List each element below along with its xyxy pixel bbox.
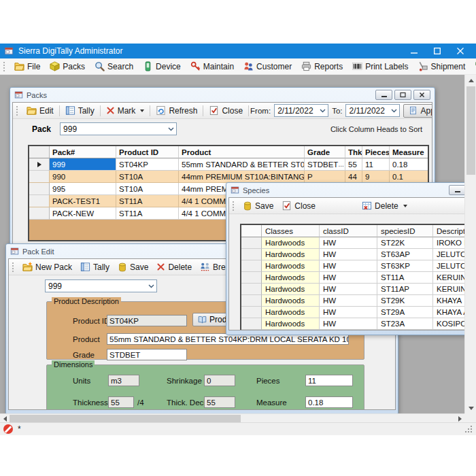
vertical-scrollbar[interactable] [464,75,476,413]
cell-classes[interactable]: Hardwoods [262,295,320,307]
cell-speciesid[interactable]: ST63AP [377,249,433,260]
cell-pieces[interactable]: 11 [362,158,390,171]
cell-product-id[interactable]: ST10A [116,183,179,195]
delete-button[interactable]: Delete [358,199,411,212]
grade-field[interactable]: STDBET [107,349,187,360]
menu-item-device[interactable]: Device [138,59,186,73]
menu-item-project[interactable]: Project [470,59,476,73]
column-header-classes[interactable]: Classes [262,225,320,237]
cell-description[interactable]: KERUIN [433,272,468,284]
cell-thk[interactable]: 55 [345,158,362,171]
cell-classes[interactable]: Hardwoods [262,318,320,330]
chevron-down-icon[interactable] [146,284,156,288]
grade-ellipsis-button[interactable]: ... [338,160,343,168]
column-header-product[interactable]: Product [179,146,305,158]
save-button[interactable]: Save [239,200,277,212]
cell-classes[interactable]: Hardwoods [262,260,320,272]
scroll-left-arrow[interactable] [0,414,10,422]
cell-classes[interactable]: Hardwoods [262,284,320,295]
species-minimize-button[interactable] [449,185,466,195]
thickness-field[interactable]: 55 [108,396,134,408]
horizontal-scroll-thumb[interactable] [10,415,241,422]
from-date-picker[interactable]: 2/11/2022 [274,104,328,117]
close-button[interactable] [449,44,472,58]
cell-classid[interactable]: HW [320,295,377,307]
row-selector[interactable] [241,272,262,284]
cell-description[interactable]: KOSIPO [433,318,468,330]
cell-classes[interactable]: Hardwoods [262,307,320,318]
chevron-down-icon[interactable] [388,109,399,113]
scroll-right-arrow[interactable] [455,414,464,422]
cell-classes[interactable]: Hardwoods [262,272,320,284]
cell-description[interactable]: IROKO K [433,237,468,249]
delete-button[interactable]: Delete [152,261,196,273]
row-selector[interactable] [29,195,50,207]
thick-decimal-field[interactable]: 55 [204,396,235,408]
cell-classid[interactable]: HW [320,260,377,272]
cell-classes[interactable]: Hardwoods [262,237,320,249]
pack-combobox[interactable]: 999 [60,122,177,135]
column-header-classid[interactable]: classID [320,225,377,237]
row-selector[interactable] [241,318,262,330]
cell-speciesid[interactable]: ST11AP [377,284,433,295]
packs-titlebar[interactable]: Packs [12,88,432,102]
cell-classid[interactable]: HW [320,272,377,284]
column-header-grade[interactable]: Grade [305,146,345,158]
units-field[interactable]: m3 [108,375,139,386]
menu-item-packs[interactable]: Packs [45,59,90,73]
cell-description[interactable]: JELUTO [433,260,468,272]
row-selector[interactable] [241,295,262,307]
cell-grade[interactable]: STDBET... [305,158,345,171]
cell-product-id[interactable]: ST04KP [116,158,179,171]
cell-product[interactable]: 44mm PREMIUM ST10A:BINTANGOR [179,171,305,183]
menu-item-file[interactable]: File [10,59,45,73]
column-header-speciesid[interactable]: speciesID [377,225,433,237]
column-header-pieces[interactable]: Pieces [362,146,390,158]
cell-product[interactable]: 55mm STANDARD & BETTER ST04K... [179,158,305,171]
menu-item-search[interactable]: Search [90,59,138,73]
scroll-up-arrow[interactable] [465,75,476,86]
minimize-button[interactable] [403,44,426,58]
toolbar-grip[interactable] [12,262,16,272]
close-button[interactable]: Close [205,104,247,117]
cell-pieces[interactable]: 9 [362,171,390,183]
row-selector[interactable] [241,307,262,318]
cell-pack[interactable]: PACK-NEW [50,207,116,220]
cell-classid[interactable]: HW [320,237,377,249]
row-selector[interactable] [29,207,50,220]
edit-button[interactable]: Edit [22,104,58,117]
cell-pack[interactable]: 990 [50,171,116,183]
cell-speciesid[interactable]: ST29K [377,295,433,307]
close-button[interactable]: Close [277,199,320,212]
shrinkage-field[interactable]: 0 [204,375,235,386]
save-button[interactable]: Save [114,261,152,273]
cell-description[interactable]: KERUIN [433,284,468,295]
column-header-pack[interactable]: Pack# [50,146,116,158]
menu-item-maintain[interactable]: Maintain [186,59,239,73]
menu-item-shipment[interactable]: Shipment [413,59,471,73]
menu-item-customer[interactable]: Customer [239,59,296,73]
cell-measure[interactable]: 0.1 [390,171,429,183]
resize-grip-icon[interactable] [465,426,473,433]
cell-thk[interactable]: 44 [345,171,362,183]
pieces-field[interactable]: 11 [305,375,353,386]
cell-speciesid[interactable]: ST63KP [377,260,433,272]
toolbar-grip[interactable] [3,62,7,71]
scroll-down-arrow[interactable] [465,403,476,413]
mark-button[interactable]: Mark [102,105,149,117]
row-selector[interactable] [29,183,50,195]
cell-product-id[interactable]: ST11A [116,207,179,220]
to-date-picker[interactable]: 2/11/2022 [345,104,400,117]
apply-button[interactable]: Apply [403,104,432,118]
menu-item-reports[interactable]: Reports [296,59,347,73]
row-selector[interactable] [29,171,50,183]
cell-classid[interactable]: HW [320,249,377,260]
cell-speciesid[interactable]: ST29A [377,307,433,318]
cell-measure[interactable]: 0.18 [390,158,429,171]
cell-speciesid[interactable]: ST22K [377,237,433,249]
cell-speciesid[interactable]: ST23A [377,318,433,330]
chevron-down-icon[interactable] [317,109,328,113]
column-header-description[interactable]: Description [433,225,468,237]
cell-description[interactable]: JELUTO [433,249,468,260]
cell-product-id[interactable]: ST10A [116,171,179,183]
